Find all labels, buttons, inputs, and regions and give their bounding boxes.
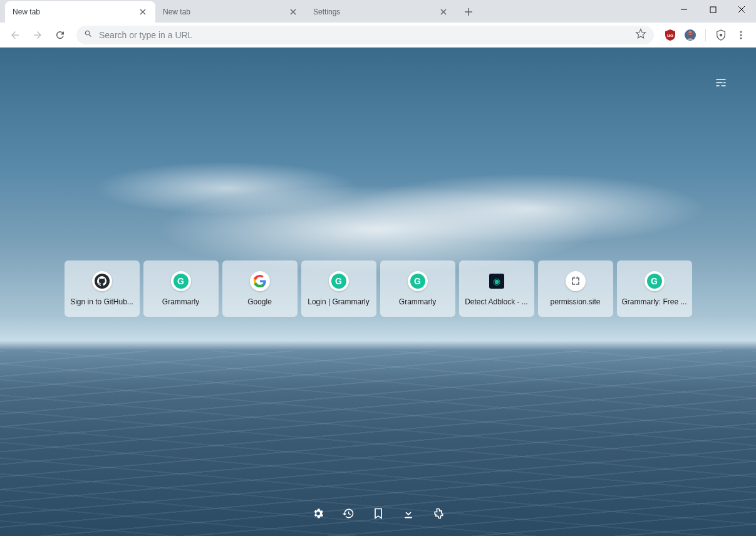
downloads-icon[interactable] (401, 506, 416, 521)
close-window-button[interactable] (727, 0, 756, 19)
svg-point-5 (720, 33, 723, 36)
shortcut-label: Login | Grammarly (308, 297, 369, 306)
address-bar[interactable]: Search or type in a URL (76, 26, 654, 44)
shortcut-label: Grammarly: Free ... (622, 297, 687, 306)
window-controls (670, 0, 756, 23)
grammarly-icon: G (171, 271, 191, 291)
close-icon[interactable] (138, 7, 148, 17)
tab-strip: New tab New tab Settings (0, 0, 756, 23)
tab-1[interactable]: New tab (155, 1, 306, 23)
google-icon (250, 271, 270, 291)
toolbar: Search or type in a URL uo (0, 23, 756, 48)
grammarly-icon: G (329, 271, 349, 291)
grammarly-icon: G (408, 271, 428, 291)
svg-rect-4 (687, 33, 693, 34)
forward-button[interactable] (28, 25, 48, 45)
shortcut-tile-adblock[interactable]: ◉ Detect Adblock - ... (459, 260, 534, 317)
shortcut-tile-github[interactable]: Sign in to GitHub... (65, 260, 140, 317)
customize-button[interactable] (711, 73, 731, 93)
back-button[interactable] (5, 25, 25, 45)
svg-point-8 (740, 37, 742, 39)
maximize-button[interactable] (698, 0, 727, 19)
divider (705, 29, 706, 41)
shortcut-tile-grammarly[interactable]: G Grammarly (143, 260, 219, 317)
menu-button[interactable] (733, 28, 748, 43)
bookmark-star-icon[interactable] (635, 28, 646, 42)
svg-text:uo: uo (667, 33, 673, 38)
tab-title: Settings (313, 8, 438, 16)
avatar-extension-icon[interactable] (683, 28, 698, 43)
shortcuts-grid: Sign in to GitHub... G Grammarly Google … (65, 260, 692, 317)
omnibox-placeholder: Search or type in a URL (99, 30, 635, 40)
svg-point-6 (740, 31, 742, 33)
svg-point-7 (740, 34, 742, 36)
svg-rect-0 (710, 7, 716, 13)
history-icon[interactable] (341, 506, 356, 521)
shortcut-label: Grammarly (399, 297, 436, 306)
tab-title: New tab (13, 8, 138, 16)
new-tab-page: Sign in to GitHub... G Grammarly Google … (0, 48, 756, 536)
bottom-toolbar (311, 506, 446, 521)
settings-icon[interactable] (311, 506, 326, 521)
tab-2[interactable]: Settings (306, 1, 456, 23)
adblock-icon: ◉ (487, 271, 507, 291)
shortcut-label: Detect Adblock - ... (465, 297, 528, 306)
reload-button[interactable] (50, 25, 70, 45)
shortcut-label: Google (247, 297, 272, 306)
ublock-extension-icon[interactable]: uo (663, 28, 678, 43)
permission-icon (566, 271, 586, 291)
close-icon[interactable] (438, 7, 448, 17)
github-icon (92, 271, 112, 291)
shortcut-label: permission.site (550, 297, 600, 306)
tab-title: New tab (163, 8, 288, 16)
search-icon (84, 29, 93, 41)
shield-icon[interactable] (713, 28, 728, 43)
extensions-area: uo (660, 28, 751, 43)
shortcut-label: Grammarly (162, 297, 199, 306)
new-tab-button[interactable] (460, 3, 477, 21)
bookmarks-icon[interactable] (371, 506, 386, 521)
shortcut-tile-grammarly-login[interactable]: G Login | Grammarly (301, 260, 376, 317)
shortcut-tile-grammarly-free[interactable]: G Grammarly: Free ... (617, 260, 692, 317)
shortcut-tile-permission[interactable]: permission.site (538, 260, 613, 317)
shortcut-label: Sign in to GitHub... (70, 297, 133, 306)
shortcut-tile-grammarly-2[interactable]: G Grammarly (380, 260, 455, 317)
tab-0[interactable]: New tab (5, 1, 155, 23)
extensions-icon[interactable] (431, 506, 446, 521)
close-icon[interactable] (288, 7, 298, 17)
shortcut-tile-google[interactable]: Google (222, 260, 298, 317)
minimize-button[interactable] (670, 0, 698, 19)
grammarly-icon: G (645, 271, 665, 291)
